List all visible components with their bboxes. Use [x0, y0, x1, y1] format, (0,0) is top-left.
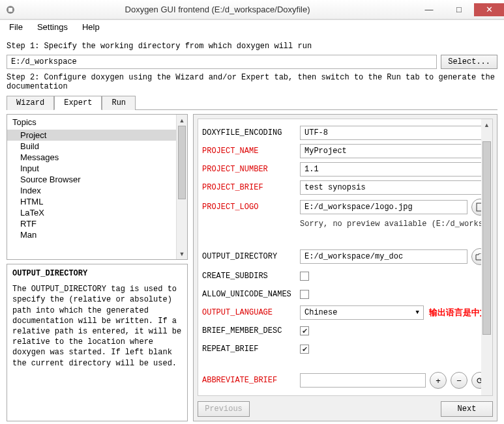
- label-abbreviate-brief: ABBREVIATE_BRIEF: [202, 376, 300, 385]
- menu-help[interactable]: Help: [77, 21, 105, 33]
- add-button[interactable]: +: [430, 372, 447, 389]
- previous-button[interactable]: Previous: [198, 401, 250, 417]
- checkbox-repeat-brief[interactable]: ✔: [300, 345, 309, 354]
- step2-label: Step 2: Configure doxygen using the Wiza…: [7, 73, 497, 91]
- checkbox-brief-member-desc[interactable]: ✔: [300, 326, 309, 335]
- minimize-button[interactable]: —: [414, 3, 444, 16]
- output-language-annotation: 输出语言是中文: [429, 307, 488, 318]
- topic-project[interactable]: Project: [7, 130, 176, 141]
- svg-rect-1: [8, 8, 12, 12]
- scroll-up-icon[interactable]: ▲: [177, 115, 187, 126]
- input-doxyfile-encoding[interactable]: [300, 126, 488, 140]
- label-repeat-brief: REPEAT_BRIEF: [202, 345, 300, 354]
- scroll-down-icon[interactable]: ▼: [177, 248, 187, 259]
- topic-build[interactable]: Build: [7, 141, 176, 152]
- topic-messages[interactable]: Messages: [7, 152, 176, 163]
- scroll-up-icon[interactable]: ▲: [481, 119, 492, 130]
- workdir-input[interactable]: [7, 55, 437, 69]
- next-button[interactable]: Next: [441, 401, 493, 417]
- topic-html[interactable]: HTML: [7, 196, 176, 207]
- topic-latex[interactable]: LaTeX: [7, 207, 176, 218]
- topic-index[interactable]: Index: [7, 185, 176, 196]
- label-create-subdirs: CREATE_SUBDIRS: [202, 272, 300, 281]
- maximize-button[interactable]: □: [444, 3, 474, 16]
- select-output-language[interactable]: Chinese ▼: [300, 305, 424, 320]
- remove-button[interactable]: −: [451, 372, 467, 389]
- select-output-language-value: Chinese: [304, 308, 337, 317]
- topic-rtf[interactable]: RTF: [7, 218, 176, 229]
- help-panel: OUTPUT_DIRECTORY The OUTPUT_DIRECTORY ta…: [7, 264, 188, 421]
- input-project-number[interactable]: [300, 162, 488, 177]
- input-abbreviate-brief[interactable]: [300, 373, 426, 388]
- menubar: File Settings Help: [0, 20, 504, 34]
- label-output-directory: OUTPUT_DIRECTORY: [202, 252, 300, 261]
- plus-icon: +: [436, 376, 441, 386]
- window-title: Doxygen GUI frontend (E:/d_workspace/Dox…: [21, 5, 414, 14]
- help-title: OUTPUT_DIRECTORY: [12, 268, 182, 279]
- topics-panel: Topics Project Build Messages Input Sour…: [7, 114, 188, 260]
- label-output-language: OUTPUT_LANGUAGE: [202, 308, 300, 317]
- topic-source-browser[interactable]: Source Browser: [7, 174, 176, 185]
- chevron-down-icon: ▼: [416, 309, 419, 316]
- label-doxyfile-encoding: DOXYFILE_ENCODING: [202, 128, 300, 137]
- label-brief-member-desc: BRIEF_MEMBER_DESC: [202, 326, 300, 335]
- minus-icon: −: [456, 376, 462, 386]
- tab-expert[interactable]: Expert: [54, 96, 102, 110]
- form-area: DOXYFILE_ENCODING PROJECT_NAME PROJECT_N…: [198, 119, 493, 396]
- tab-wizard[interactable]: Wizard: [7, 96, 54, 110]
- logo-preview-note: Sorry, no preview available (E:/d_works: [202, 219, 488, 229]
- topics-header: Topics: [7, 115, 176, 130]
- tab-run[interactable]: Run: [102, 96, 136, 110]
- label-project-brief: PROJECT_BRIEF: [202, 183, 300, 192]
- step1-label: Step 1: Specify the working directory fr…: [7, 42, 497, 51]
- input-project-brief[interactable]: [300, 180, 488, 195]
- topic-input[interactable]: Input: [7, 163, 176, 174]
- titlebar: Doxygen GUI frontend (E:/d_workspace/Dox…: [0, 0, 504, 20]
- menu-settings[interactable]: Settings: [32, 21, 73, 33]
- input-project-name[interactable]: [300, 144, 488, 158]
- checkbox-allow-unicode-names[interactable]: [300, 290, 309, 299]
- tabstrip: Wizard Expert Run: [7, 95, 497, 110]
- select-button[interactable]: Select...: [441, 55, 497, 69]
- input-project-logo[interactable]: [300, 200, 467, 214]
- close-button[interactable]: ✕: [474, 3, 504, 16]
- topic-man[interactable]: Man: [7, 229, 176, 240]
- topics-scrollbar[interactable]: ▲ ▼: [176, 115, 187, 259]
- label-project-logo: PROJECT_LOGO: [202, 203, 300, 212]
- input-output-directory[interactable]: [300, 249, 467, 264]
- form-scrollbar[interactable]: ▲: [481, 119, 492, 395]
- label-project-name: PROJECT_NAME: [202, 147, 300, 156]
- help-body: The OUTPUT_DIRECTORY tag is used to spec…: [12, 284, 182, 369]
- app-icon: [5, 5, 16, 15]
- label-project-number: PROJECT_NUMBER: [202, 165, 300, 174]
- menu-file[interactable]: File: [4, 21, 28, 33]
- checkbox-create-subdirs[interactable]: [300, 272, 309, 281]
- label-allow-unicode-names: ALLOW_UNICODE_NAMES: [202, 290, 300, 299]
